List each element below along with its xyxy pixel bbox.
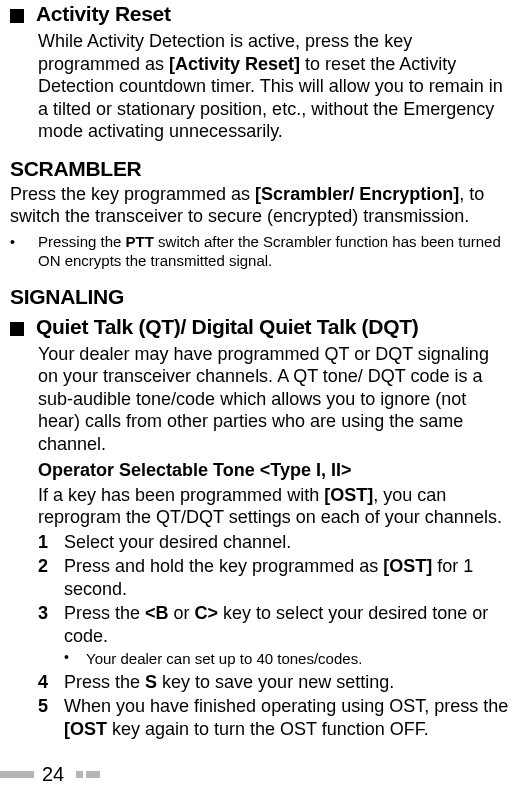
bullet-icon: • <box>10 232 38 271</box>
text: key again to turn the OST function OFF. <box>107 719 429 739</box>
text: key to save your new setting. <box>157 672 394 692</box>
square-bullet-icon <box>10 9 24 23</box>
bold-text: <B <box>145 603 169 623</box>
page-number: 24 <box>42 763 64 786</box>
square-bullet-icon <box>10 322 24 336</box>
page-footer: 24 <box>0 761 522 787</box>
ost-steps: 1 Select your desired channel. 2 Press a… <box>38 531 512 741</box>
step-number: 4 <box>38 671 64 694</box>
step-number: 2 <box>38 555 64 600</box>
ost-heading: Operator Selectable Tone <Type I, II> <box>38 459 512 482</box>
text: Press the key programmed as <box>10 184 255 204</box>
step-1: 1 Select your desired channel. <box>38 531 512 554</box>
text: When you have finished operating using O… <box>64 696 508 716</box>
bold-text: [Scrambler/ Encryption] <box>255 184 459 204</box>
ost-intro: If a key has been programmed with [OST],… <box>38 484 512 529</box>
scrambler-heading: SCRAMBLER <box>10 157 512 181</box>
bold-text: [Activity Reset] <box>169 54 300 74</box>
step-number: 3 <box>38 602 64 647</box>
text: Press the <box>64 603 145 623</box>
signaling-heading: SIGNALING <box>10 285 512 309</box>
bold-text: S <box>145 672 157 692</box>
step-3-note: • Your dealer can set up to 40 tones/cod… <box>64 649 512 669</box>
text: or <box>169 603 195 623</box>
step-text: Press the <B or C> key to select your de… <box>64 602 512 647</box>
step-text: Select your desired channel. <box>64 531 291 554</box>
step-2: 2 Press and hold the key programmed as [… <box>38 555 512 600</box>
text: If a key has been programmed with <box>38 485 324 505</box>
scrambler-body: Press the key programmed as [Scrambler/ … <box>10 183 512 228</box>
bold-text: [OST <box>64 719 107 739</box>
step-text: Press and hold the key programmed as [OS… <box>64 555 512 600</box>
activity-reset-body: While Activity Detection is active, pres… <box>38 30 512 143</box>
step-4: 4 Press the S key to save your new setti… <box>38 671 512 694</box>
bold-text: [OST] <box>383 556 432 576</box>
step-number: 5 <box>38 695 64 740</box>
text: Press and hold the key programmed as <box>64 556 383 576</box>
section-title: Quiet Talk (QT)/ Digital Quiet Talk (DQT… <box>36 315 418 339</box>
note-text: Your dealer can set up to 40 tones/codes… <box>86 649 362 669</box>
step-5: 5 When you have finished operating using… <box>38 695 512 740</box>
step-text: When you have finished operating using O… <box>64 695 512 740</box>
section-title: Activity Reset <box>36 2 171 26</box>
text: Pressing the <box>38 233 126 250</box>
bold-text: PTT <box>126 233 154 250</box>
scrambler-note: • Pressing the PTT switch after the Scra… <box>10 232 512 271</box>
step-3: 3 Press the <B or C> key to select your … <box>38 602 512 647</box>
bold-text: C> <box>195 603 219 623</box>
bullet-icon: • <box>64 649 86 669</box>
text: Press the <box>64 672 145 692</box>
footer-bar-icon <box>86 771 100 778</box>
section-activity-reset: Activity Reset <box>10 2 512 26</box>
page: Activity Reset While Activity Detection … <box>0 2 522 740</box>
footer-bar-icon <box>76 771 83 778</box>
footer-bar-icon <box>0 771 34 778</box>
text: Select your desired channel. <box>64 532 291 552</box>
qt-dqt-intro: Your dealer may have programmed QT or DQ… <box>38 343 512 456</box>
bold-text: [OST] <box>324 485 373 505</box>
step-number: 1 <box>38 531 64 554</box>
section-qt-dqt: Quiet Talk (QT)/ Digital Quiet Talk (DQT… <box>10 315 512 339</box>
note-text: Pressing the PTT switch after the Scramb… <box>38 232 512 271</box>
step-text: Press the S key to save your new setting… <box>64 671 394 694</box>
